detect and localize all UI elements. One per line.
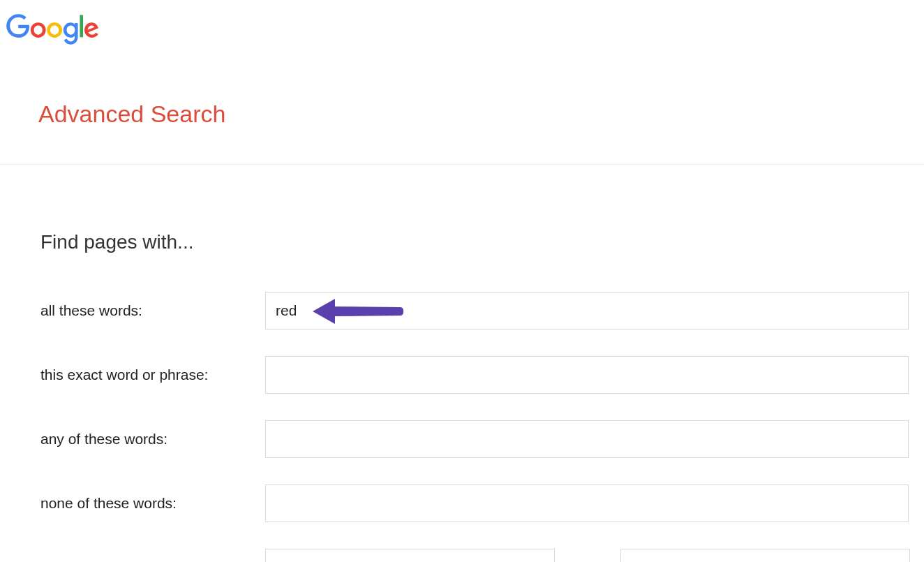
section-heading: Find pages with... bbox=[40, 231, 924, 253]
input-range-from[interactable] bbox=[265, 549, 555, 562]
range-separator: to bbox=[555, 559, 620, 562]
label-all-words: all these words: bbox=[40, 302, 265, 319]
row-any-words: any of these words: bbox=[40, 420, 924, 458]
google-logo[interactable] bbox=[0, 0, 924, 48]
label-any-words: any of these words: bbox=[40, 431, 265, 448]
input-none-words[interactable] bbox=[265, 485, 909, 522]
label-number-range: numbers ranging from: bbox=[40, 559, 265, 562]
input-range-to[interactable] bbox=[620, 549, 910, 562]
search-form: Find pages with... all these words: this… bbox=[0, 165, 924, 562]
row-exact-phrase: this exact word or phrase: bbox=[40, 356, 924, 394]
label-none-words: none of these words: bbox=[40, 495, 265, 512]
row-none-words: none of these words: bbox=[40, 485, 924, 522]
row-all-words: all these words: bbox=[40, 292, 924, 330]
input-all-words[interactable] bbox=[265, 292, 909, 330]
input-exact-phrase[interactable] bbox=[265, 356, 909, 394]
label-exact-phrase: this exact word or phrase: bbox=[40, 367, 265, 383]
input-any-words[interactable] bbox=[265, 420, 909, 458]
page-title: Advanced Search bbox=[0, 48, 924, 128]
row-number-range: numbers ranging from: to bbox=[40, 549, 924, 562]
